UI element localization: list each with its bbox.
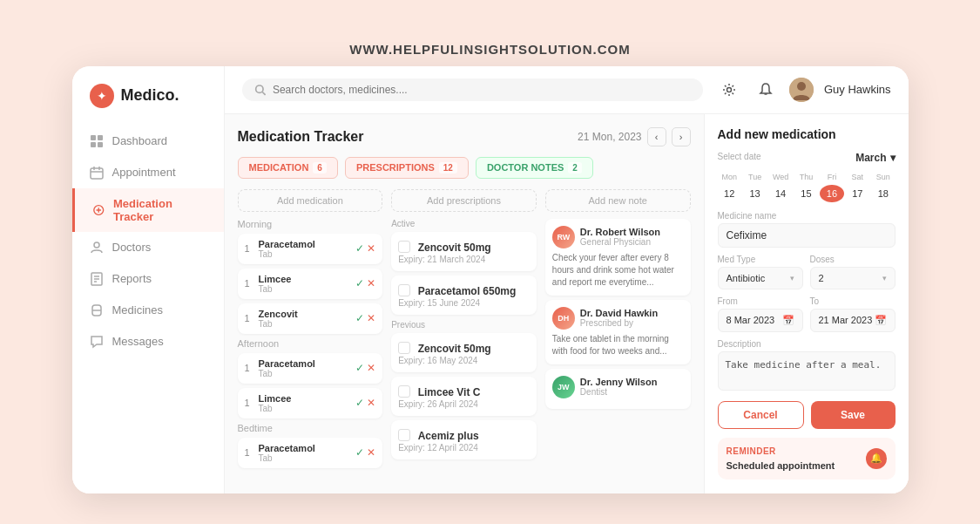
reminder-bell-icon: 🔔 (866, 448, 887, 469)
add-medication-btn[interactable]: Add medication (238, 189, 383, 212)
cal-day-15[interactable]: 15 (794, 185, 818, 202)
svg-point-21 (797, 82, 806, 91)
cal-day-14[interactable]: 14 (768, 185, 792, 202)
x-icon[interactable]: ✕ (367, 242, 375, 255)
sidebar-item-dashboard[interactable]: Dashboard (72, 126, 224, 157)
tracker-date: 21 Mon, 2023 (578, 131, 641, 143)
doctor-note-1: Check your fever after every 8 hours and… (552, 252, 684, 289)
doses-arrow: ▾ (882, 274, 887, 282)
check-icon[interactable]: ✓ (355, 312, 364, 324)
from-date[interactable]: 8 Mar 2023 📅 (718, 309, 803, 332)
medication-tracker-icon (92, 203, 105, 217)
tracker-header: Medication Tracker 21 Mon, 2023 ‹ › (238, 127, 691, 146)
add-prescriptions-btn[interactable]: Add prescriptions (391, 189, 537, 212)
description-label: Description (718, 339, 896, 349)
tab-prescriptions-count: 12 (439, 162, 457, 174)
three-columns: Add medication Morning 1 Paracetamol Tab… (238, 189, 691, 473)
tab-prescriptions[interactable]: PRESCRIPTIONS 12 (345, 157, 469, 179)
x-icon[interactable]: ✕ (367, 312, 375, 324)
med-type-field: Med Type Antibiotic ▾ (718, 255, 803, 289)
sidebar-item-messages[interactable]: Messages (72, 326, 224, 357)
sidebar-item-doctors[interactable]: Doctors (72, 232, 224, 263)
cal-day-13[interactable]: 13 (743, 185, 767, 202)
tracker-main: Medication Tracker 21 Mon, 2023 ‹ › MEDI… (225, 114, 704, 493)
svg-rect-0 (91, 135, 96, 140)
calendar-header: Select date March ▾ (718, 152, 896, 164)
reminder-label: REMINDER (727, 446, 835, 456)
header: Guy Hawkins (225, 66, 909, 114)
x-icon[interactable]: ✕ (367, 397, 375, 409)
sidebar-item-medicines[interactable]: Medicines (72, 295, 224, 326)
save-button[interactable]: Save (811, 401, 896, 429)
doctor-item-1: RW Dr. Robert Wilson General Physician C… (545, 219, 691, 296)
check-icon[interactable]: ✓ (355, 362, 364, 374)
med-type-select[interactable]: Antibiotic ▾ (718, 267, 803, 289)
doctors-label: Doctors (112, 241, 152, 254)
presc-item-5: Acemiz plus Expiry: 12 April 2024 (391, 420, 537, 459)
check-icon[interactable]: ✓ (355, 242, 364, 255)
cal-day-17[interactable]: 17 (846, 185, 869, 202)
reports-label: Reports (112, 272, 152, 285)
check-icon[interactable]: ✓ (355, 397, 364, 409)
tab-doctor-notes-label: DOCTOR NOTES (487, 162, 564, 173)
presc-check-3[interactable] (398, 342, 410, 354)
presc-item-4: Limcee Vit C Expiry: 26 April 2024 (391, 377, 537, 416)
logo-icon: ✦ (90, 84, 114, 108)
svg-line-17 (262, 92, 265, 94)
doctor-notes-column: Add new note RW Dr. Robert Wilson Genera… (545, 189, 691, 473)
sidebar-item-reports[interactable]: Reports (72, 263, 224, 295)
sidebar-item-medication-tracker[interactable]: Medication Tracker (72, 188, 224, 232)
morning-med-1: 1 Paracetamol Tab ✓ ✕ (238, 234, 383, 264)
medicine-name-value[interactable]: Cefixime (718, 223, 896, 248)
check-icon[interactable]: ✓ (355, 446, 364, 459)
presc-check-2[interactable] (398, 284, 410, 296)
to-calendar-icon: 📅 (875, 315, 887, 326)
previous-label: Previous (391, 320, 537, 330)
medicines-label: Medicines (112, 303, 164, 316)
main-content: Guy Hawkins Medication Tracker 21 Mon, 2… (225, 66, 909, 493)
tab-doctor-notes-count: 2 (568, 162, 582, 174)
search-input[interactable] (273, 84, 691, 96)
to-date[interactable]: 21 Mar 2023 📅 (810, 309, 896, 332)
cal-month-select[interactable]: March ▾ (855, 152, 895, 164)
x-icon[interactable]: ✕ (367, 277, 375, 289)
date-nav: 21 Mon, 2023 ‹ › (578, 127, 690, 146)
next-date-arrow[interactable]: › (672, 127, 691, 146)
presc-item-3: Zencovit 50mg Expiry: 16 May 2024 (391, 333, 537, 372)
afternoon-label: Afternoon (238, 338, 383, 349)
messages-icon (90, 335, 104, 349)
presc-item-1: Zencovit 50mg Expiry: 21 March 2024 (391, 232, 537, 271)
search-box[interactable] (242, 78, 703, 101)
settings-icon[interactable] (716, 77, 742, 103)
sidebar-item-appointment[interactable]: Appointment (72, 157, 224, 188)
presc-check-1[interactable] (398, 241, 410, 253)
add-note-btn[interactable]: Add new note (545, 189, 691, 212)
presc-check-4[interactable] (398, 385, 410, 398)
presc-check-5[interactable] (398, 429, 410, 441)
doses-select[interactable]: 2 ▾ (810, 267, 896, 289)
morning-med-2: 1 Limcee Tab ✓ ✕ (238, 269, 383, 299)
morning-med-3: 1 Zencovit Tab ✓ ✕ (238, 303, 383, 334)
tab-medication-label: MEDICATION (249, 162, 309, 173)
watermark: WWW.HELPFULINSIGHTSOLUTION.COM (349, 42, 630, 57)
svg-point-16 (255, 85, 262, 92)
bedtime-label: Bedtime (238, 423, 383, 433)
notification-icon[interactable] (753, 77, 779, 103)
to-value: 21 Mar 2023 (819, 315, 873, 325)
presc-item-2: Paracetamol 650mg Expiry: 15 June 2024 (391, 276, 537, 315)
prev-date-arrow[interactable]: ‹ (647, 127, 666, 146)
to-label: To (810, 296, 896, 306)
cal-day-18[interactable]: 18 (871, 185, 895, 202)
tab-doctor-notes[interactable]: DOCTOR NOTES 2 (476, 157, 593, 179)
check-icon[interactable]: ✓ (355, 277, 364, 289)
cal-day-16[interactable]: 16 (820, 185, 843, 202)
tab-medication[interactable]: MEDICATION 6 (238, 157, 338, 179)
x-icon[interactable]: ✕ (367, 362, 375, 374)
x-icon[interactable]: ✕ (367, 446, 375, 459)
cal-day-12[interactable]: 12 (718, 185, 741, 202)
cal-month-chevron: ▾ (890, 152, 896, 164)
description-input[interactable]: Take medicine after a meal. (718, 351, 896, 391)
reports-icon (90, 272, 104, 286)
med-type-doses-row: Med Type Antibiotic ▾ Doses 2 ▾ (718, 255, 896, 289)
cancel-button[interactable]: Cancel (718, 401, 804, 429)
